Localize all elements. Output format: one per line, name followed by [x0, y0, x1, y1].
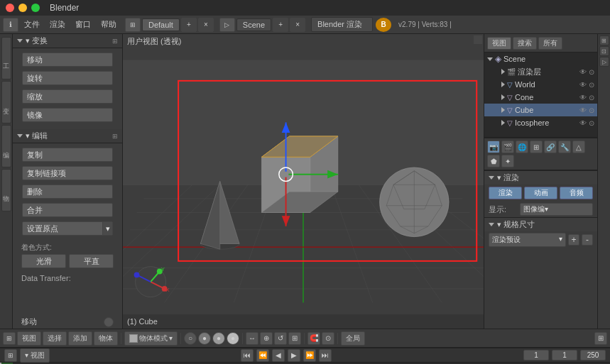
frame-current[interactable]: 1 [552, 350, 577, 360]
outliner-item-cone[interactable]: ▽ Cone 👁 ⊙ [484, 91, 597, 104]
info-icon-btn[interactable]: ℹ [3, 18, 18, 32]
workspace-tab[interactable]: Default [142, 18, 180, 31]
render-menu[interactable]: 渲染 [45, 18, 70, 31]
help-menu[interactable]: 帮助 [97, 18, 121, 31]
remove-preset-btn[interactable]: - [582, 234, 593, 246]
cursor-icon4[interactable]: ⊙ [589, 94, 594, 101]
jump-start-btn[interactable]: ⏮ [241, 349, 254, 362]
eye-icon[interactable]: 👁 [579, 68, 587, 76]
add-preset-btn[interactable]: + [568, 234, 579, 246]
transform-btn[interactable]: ⊕ [260, 332, 273, 345]
eye-icon2[interactable]: 👁 [579, 81, 587, 89]
material-props-icon[interactable]: ⬟ [487, 155, 500, 167]
step-forward-btn[interactable]: ⏩ [303, 349, 316, 362]
edit-header[interactable]: ▾ 编辑 ⊞ [13, 129, 122, 143]
strip-btn-2[interactable]: ⊡ [599, 46, 609, 56]
step-back-btn[interactable]: ⏪ [256, 349, 269, 362]
close-btn[interactable] [6, 4, 14, 12]
scene-props-icon[interactable]: 🎬 [501, 140, 514, 153]
select-btn[interactable]: 选择 [43, 331, 67, 346]
outliner-item-icosphere[interactable]: ▽ Icosphere 👁 ⊙ [484, 116, 597, 129]
window-menu[interactable]: 窗口 [71, 18, 95, 31]
shade-render-btn[interactable]: ● [227, 332, 239, 345]
all-tab[interactable]: 所有 [538, 37, 562, 50]
physics-tab[interactable]: 物 [1, 169, 11, 211]
grid-icon[interactable]: ⊞ [125, 18, 141, 32]
object-btn[interactable]: 物体 [94, 331, 118, 346]
dimensions-header[interactable]: ▾ 规格尺寸 [484, 217, 597, 231]
timeline-icon[interactable]: ⊞ [4, 349, 17, 362]
duplicate-btn[interactable]: 复制 [22, 148, 113, 162]
render-presets-dropdown[interactable]: 渲染预设 ▾ [489, 233, 566, 247]
close-scene-btn[interactable]: × [290, 18, 305, 32]
engine-dropdown[interactable]: Blender 渲染 [311, 17, 373, 32]
maximize-btn[interactable] [31, 4, 40, 12]
shade-wire-btn[interactable]: ○ [184, 332, 197, 345]
viewport[interactable]: 用户视图 (透视) [123, 34, 484, 329]
world-props-icon[interactable]: 🌐 [516, 140, 528, 153]
smooth-btn[interactable]: 光滑 [21, 254, 66, 268]
manipulator-btn[interactable]: ↔ [246, 332, 258, 345]
play-btn[interactable]: ▶ [288, 349, 300, 362]
tools-tab[interactable]: 工 [1, 37, 11, 79]
render-btn[interactable]: 渲染 [489, 187, 522, 199]
move-btn[interactable]: 移动 [22, 53, 113, 67]
flat-btn[interactable]: 平直 [69, 254, 114, 268]
search-tab[interactable]: 搜索 [513, 37, 537, 50]
edit-tab[interactable]: 编 [1, 125, 11, 167]
cursor-icon2[interactable]: ⊙ [589, 68, 594, 76]
display-dropdown[interactable]: 图像编▾ [520, 203, 593, 216]
cursor-icon3[interactable]: ⊙ [589, 81, 594, 89]
strip-btn-1[interactable]: ⊞ [599, 35, 609, 45]
set-origin-btn[interactable]: 设置原点 ▾ [22, 221, 113, 236]
close-workspace-btn[interactable]: × [198, 18, 214, 32]
scene-icon-btn[interactable]: ▷ [219, 18, 235, 32]
prop-edit-btn[interactable]: ⊙ [322, 332, 334, 345]
duplicate-link-btn[interactable]: 复制链接项 [22, 166, 113, 180]
mode-btn[interactable]: 物体模式 ▾ [124, 331, 178, 346]
modifier-props-icon[interactable]: 🔧 [558, 140, 571, 153]
mirror-btn[interactable]: 镜像 [22, 108, 113, 122]
timeline-view-btn[interactable]: ▾ 视图 [20, 348, 50, 363]
eye-icon5[interactable]: 👁 [579, 119, 587, 127]
join-btn[interactable]: 合并 [22, 203, 113, 217]
frame-end[interactable]: 250 [580, 350, 606, 360]
outliner-item-renderlayer[interactable]: 🎬 渲染层 👁 ⊙ [484, 65, 597, 78]
global-btn[interactable]: 全局 [341, 331, 365, 346]
transform-tab[interactable]: 变 [1, 81, 11, 123]
viewport-icon-btn[interactable]: ⊞ [3, 332, 16, 345]
object-props-icon[interactable]: ⊞ [530, 140, 543, 153]
rotate-icon-btn[interactable]: ↺ [274, 332, 287, 345]
scale-icon-btn[interactable]: ⊞ [288, 332, 301, 345]
view-btn[interactable]: 视图 [17, 331, 41, 346]
strip-btn-3[interactable]: ▷ [599, 57, 609, 67]
rotate-btn[interactable]: 旋转 [22, 71, 113, 85]
play-reverse-btn[interactable]: ◀ [272, 349, 285, 362]
jump-end-btn[interactable]: ⏭ [319, 349, 332, 362]
anim-btn[interactable]: 动画 [524, 187, 557, 199]
add-workspace-btn[interactable]: + [181, 18, 197, 32]
cursor-icon6[interactable]: ⊙ [589, 119, 594, 127]
transform-header[interactable]: ▾ 变换 ⊞ [13, 34, 122, 48]
outliner-item-world[interactable]: ▽ World 👁 ⊙ [484, 78, 597, 91]
add-scene-btn[interactable]: + [273, 18, 288, 32]
frame-start[interactable]: 1 [523, 350, 549, 360]
shade-solid-btn[interactable]: ● [198, 332, 211, 345]
cursor-icon5[interactable]: ⊙ [589, 106, 594, 114]
render-section-header[interactable]: ▾ 渲染 [484, 170, 597, 184]
constraint-props-icon[interactable]: 🔗 [544, 140, 557, 153]
particle-props-icon[interactable]: ✦ [501, 155, 514, 167]
audio-btn[interactable]: 音频 [560, 187, 593, 199]
eye-icon4[interactable]: 👁 [579, 106, 587, 114]
scale-btn[interactable]: 缩放 [22, 89, 113, 104]
add-btn[interactable]: 添加 [68, 331, 92, 346]
minimize-btn[interactable] [18, 4, 27, 12]
file-menu[interactable]: 文件 [20, 18, 44, 31]
view-tab[interactable]: 视图 [487, 37, 511, 50]
layer-btn[interactable]: ⊞ [594, 332, 607, 345]
snap-btn[interactable]: 🧲 [307, 332, 320, 345]
delete-btn[interactable]: 删除 [22, 184, 113, 199]
shade-texture-btn[interactable]: ● [212, 332, 225, 345]
scene-tab[interactable]: Scene [236, 18, 271, 31]
outliner-item-scene[interactable]: ◈ Scene [484, 53, 597, 65]
